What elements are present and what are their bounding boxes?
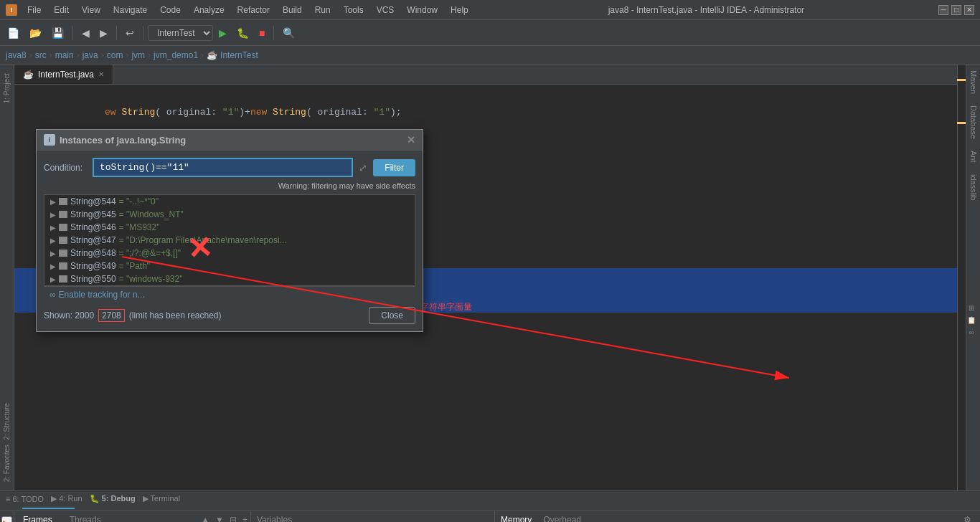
breadcrumb-java[interactable]: java [83, 50, 98, 60]
back-button[interactable]: ◀ [77, 24, 94, 42]
tracking-text: Enable tracking for n... [59, 290, 145, 300]
maximize-button[interactable]: □ [951, 5, 961, 15]
frames-threads-tabs: Frames Threads ▲ ▼ ⊟ + [14, 511, 250, 522]
debug-tab-bottom[interactable]: 🐛 5: Debug [90, 494, 136, 503]
resume-button[interactable]: ▶ [1, 516, 12, 522]
open-button[interactable]: 📂 [25, 24, 46, 42]
shown-label: Shown: 2000 [44, 310, 94, 321]
expand-button[interactable]: ⤢ [359, 162, 367, 174]
search-button[interactable]: 🔍 [278, 24, 299, 42]
maven-label[interactable]: Maven [966, 65, 981, 100]
close-button[interactable]: ✕ [964, 5, 974, 15]
instance-list[interactable]: ▶ String@544 = "-..!~*"0" ▶ String@545 =… [44, 194, 415, 286]
close-tab-button[interactable]: ✕ [98, 70, 104, 78]
editor-stripe [957, 65, 966, 490]
memory-panel: Memory Overhead ⚙ Class Count Diff ▼ cha… [495, 511, 980, 522]
menu-help[interactable]: Help [445, 4, 474, 16]
dialog-icon: i [44, 134, 55, 146]
menu-run[interactable]: Run [309, 4, 336, 16]
restore-button[interactable]: ⊞ [966, 303, 977, 313]
instance-item[interactable]: ▶ String@549 = "Path" [44, 260, 415, 272]
menu-edit[interactable]: Edit [48, 4, 75, 16]
menu-window[interactable]: Window [401, 4, 443, 16]
menu-view[interactable]: View [76, 4, 106, 16]
left-sidebar: 1: Project 2: Structure 2: Favorites [0, 65, 14, 490]
menu-vcs[interactable]: VCS [371, 4, 400, 16]
save-button[interactable]: 💾 [47, 24, 68, 42]
filter-button[interactable]: Filter [373, 159, 415, 176]
editor-tab-interntest[interactable]: ☕ InternTest.java ✕ [14, 65, 113, 84]
toolbar: 📄 📂 💾 ◀ ▶ ↩ InternTest ▶ 🐛 ■ 🔍 [0, 20, 980, 46]
add-thread-button[interactable]: + [240, 513, 250, 523]
condition-label: Condition: [44, 163, 87, 173]
memory-tab[interactable]: Memory [501, 515, 532, 523]
breadcrumb-com[interactable]: com [107, 50, 123, 60]
separator3 [143, 26, 143, 40]
todo-tab[interactable]: ≡ 6: TODO [6, 495, 44, 503]
debug-button[interactable]: 🐛 [232, 24, 253, 42]
instance-item[interactable]: ▶ String@548 = ";/?:@&=+$,[]" [44, 247, 415, 260]
app-icon: I [6, 4, 17, 16]
titlebar: I File Edit View Navigate Code Analyze R… [0, 0, 980, 20]
instance-item[interactable]: ▶ String@550 = "windows-932" [44, 272, 415, 285]
async-stack[interactable]: ∞ [966, 327, 976, 338]
instances-dialog: i Instances of java.lang.String ✕ Condit… [36, 129, 423, 332]
menu-analyze[interactable]: Analyze [188, 4, 230, 16]
project-icon[interactable]: 1: Project [3, 73, 11, 103]
breadcrumb-project[interactable]: java8 [6, 50, 27, 60]
menu-file[interactable]: File [22, 4, 47, 16]
threads-tab[interactable]: Threads [61, 513, 110, 523]
menu-code[interactable]: Code [154, 4, 187, 16]
breadcrumb-jvm-demo1[interactable]: jvm_demo1 [154, 50, 198, 60]
breadcrumb-file-icon: ☕ [207, 50, 217, 60]
filter-threads-button[interactable]: ⊟ [227, 513, 240, 523]
copy-stack[interactable]: 📋 [964, 315, 979, 326]
breadcrumb-jvm[interactable]: jvm [131, 50, 145, 60]
memory-settings[interactable]: ⚙ [961, 513, 974, 523]
menu-tools[interactable]: Tools [338, 4, 369, 16]
stripe-mark2 [957, 122, 966, 124]
overhead-tab[interactable]: Overhead [543, 515, 581, 523]
stop-button[interactable]: ■ [255, 24, 269, 42]
undo-button[interactable]: ↩ [121, 24, 138, 42]
instance-item[interactable]: ▶ String@546 = "MS932" [44, 221, 415, 234]
ant-label[interactable]: Ant [966, 145, 981, 169]
close-dialog-button[interactable]: Close [369, 307, 415, 324]
menu-navigate[interactable]: Navigate [108, 4, 153, 16]
breadcrumb-src[interactable]: src [35, 50, 47, 60]
inst-type-icon [59, 224, 67, 231]
stripe-mark [957, 79, 966, 81]
separator2 [116, 26, 117, 40]
instance-item[interactable]: ▶ String@544 = "-..!~*"0" [44, 195, 415, 208]
favorites-icon[interactable]: 2: Favorites [3, 445, 11, 482]
run-config-dropdown[interactable]: InternTest [148, 25, 213, 41]
chain-icon: ∞ [50, 290, 56, 300]
run-button[interactable]: ▶ [215, 24, 231, 42]
instance-item[interactable]: ▶ String@547 = "D:\Program Files\Apache\… [44, 234, 415, 247]
warning-text: Warning: filtering may have side effects [44, 181, 415, 190]
step-up-button[interactable]: ▲ [198, 513, 212, 523]
breadcrumb-intern-test[interactable]: InternTest [220, 50, 258, 60]
step-down-button[interactable]: ▼ [212, 513, 227, 523]
frames-tab[interactable]: Frames [14, 513, 61, 523]
menu-build[interactable]: Build [277, 4, 308, 16]
right-sidebar: Maven Database Ant idasslib [966, 65, 980, 490]
forward-button[interactable]: ▶ [95, 24, 112, 42]
database-label[interactable]: Database [966, 100, 981, 145]
run-tab[interactable]: ▶ 4: Run [51, 494, 82, 503]
menu-refactor[interactable]: Refactor [232, 4, 275, 16]
breadcrumb-main[interactable]: main [55, 50, 74, 60]
tab-label: InternTest.java [38, 70, 94, 80]
instance-item[interactable]: ▶ String@545 = "Windows_NT" [44, 208, 415, 221]
new-file-button[interactable]: 📄 [3, 24, 24, 42]
editor-area: ☕ InternTest.java ✕ ew String( original:… [14, 65, 966, 490]
minimize-button[interactable]: ─ [938, 5, 948, 15]
debug-left-icons: ▶ ⏸ ■ 🔴 📷 📌 [0, 511, 14, 522]
structure-icon[interactable]: 2: Structure [3, 403, 11, 440]
idasslib-label[interactable]: idasslib [966, 169, 981, 207]
condition-input[interactable] [93, 158, 353, 177]
variables-panel: Variables P args = {String[0]@543} [251, 511, 495, 522]
terminal-tab[interactable]: ▶ Terminal [143, 494, 180, 503]
dialog-title-bar: i Instances of java.lang.String ✕ [37, 130, 423, 151]
dialog-close-button[interactable]: ✕ [407, 134, 415, 146]
